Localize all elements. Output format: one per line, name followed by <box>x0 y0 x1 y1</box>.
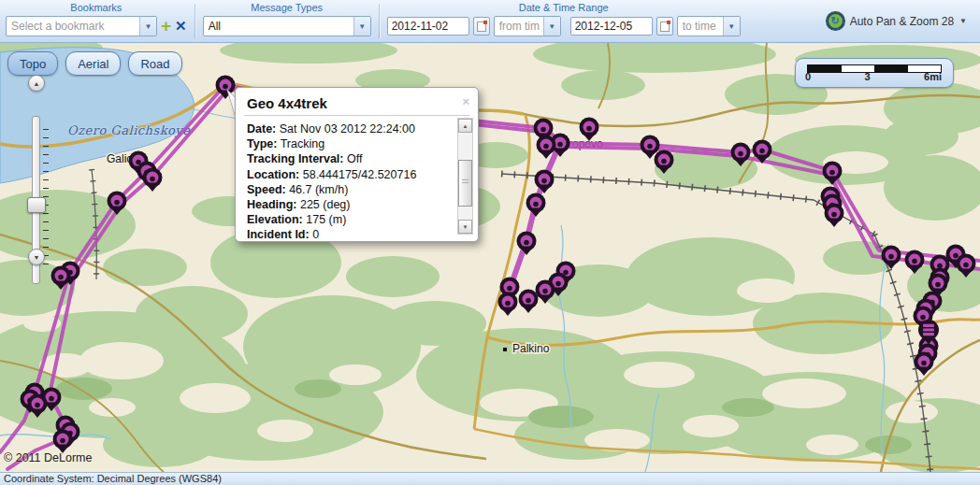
scroll-down-icon[interactable]: ▼ <box>458 220 472 234</box>
coordinate-system-text: Coordinate System: Decimal Degrees (WGS8… <box>4 473 222 484</box>
chevron-down-icon[interactable]: ▼ <box>543 17 560 36</box>
bookmark-select-value: Select a bookmark <box>7 17 139 36</box>
map-scale-bar: 0 3 6mi <box>795 58 954 88</box>
popup-field: Date: Sat Nov 03 2012 22:24:00 <box>247 121 452 136</box>
chevron-down-icon[interactable]: ▼ <box>353 17 370 36</box>
to-time-select[interactable]: to time ▼ <box>677 16 741 36</box>
zoom-slider-thumb[interactable] <box>27 197 46 213</box>
track-point-marker[interactable] <box>517 232 537 256</box>
popup-field: Incident Id: 0 <box>247 227 452 242</box>
chevron-down-icon[interactable]: ▼ <box>959 17 967 25</box>
from-date-input[interactable] <box>387 17 469 36</box>
map-label: Palkino <box>512 342 550 355</box>
message-types-select[interactable]: All ▼ <box>203 16 371 36</box>
date-range-label: Date & Time Range <box>519 2 609 14</box>
scale-label-max: 6mi <box>924 71 942 82</box>
track-point-marker[interactable] <box>519 290 539 314</box>
to-date-input[interactable] <box>570 17 653 36</box>
popup-field: Type: Tracking <box>247 136 452 151</box>
popup-body: Date: Sat Nov 03 2012 22:24:00Type: Trac… <box>236 116 478 249</box>
popup-field: Tracking Interval: Off <box>247 151 452 166</box>
zoom-out-button[interactable]: ▼ <box>28 249 45 265</box>
map-type-aerial-button[interactable]: Aerial <box>65 51 121 76</box>
status-bar: Coordinate System: Decimal Degrees (WGS8… <box>0 472 980 485</box>
auto-pan-label: Auto Pan & Zoom 28 <box>850 15 954 28</box>
map-label: Ozero Galichskoye <box>67 123 191 137</box>
map-copyright: © 2011 DeLorme <box>4 451 92 464</box>
map-type-road-button[interactable]: Road <box>128 51 181 76</box>
date-range-group: Date & Time Range from tim ▼ to time ▼ <box>382 0 746 42</box>
popup-field: Location: 58.444175/42.520716 <box>247 167 452 182</box>
scrollbar-thumb[interactable] <box>458 160 472 207</box>
scroll-up-icon[interactable]: ▲ <box>458 119 472 133</box>
waypoint-popup: Geo 4x4trek × Date: Sat Nov 03 2012 22:2… <box>235 87 479 242</box>
from-time-select[interactable]: from tim ▼ <box>494 16 561 36</box>
track-point-marker[interactable] <box>53 430 73 454</box>
calendar-icon[interactable] <box>473 17 490 36</box>
track-point-marker[interactable] <box>498 292 518 317</box>
map-svg: Ozero GalichskoyeGalichropovoPalkino <box>0 43 980 472</box>
top-toolbar: Bookmarks Select a bookmark ▼ + ✕ Messag… <box>0 0 980 43</box>
map-type-topo-button[interactable]: Topo <box>7 51 58 76</box>
message-types-label: Message Types <box>251 2 323 14</box>
chevron-down-icon[interactable]: ▼ <box>139 17 156 36</box>
to-time-value: to time <box>678 17 723 36</box>
map-type-buttons: Topo Aerial Road <box>7 51 182 76</box>
track-point-marker[interactable] <box>825 204 844 228</box>
popup-field: Elevation: 175 (m) <box>247 212 452 227</box>
map-canvas[interactable]: Ozero GalichskoyeGalichropovoPalkino © 2… <box>0 43 980 472</box>
popup-field: Speed: 46.7 (km/h) <box>247 182 452 197</box>
bookmarks-label: Bookmarks <box>70 2 122 14</box>
chevron-down-icon[interactable]: ▼ <box>723 17 740 36</box>
popup-scrollbar[interactable]: ▲ ▼ <box>457 118 473 235</box>
zoom-in-button[interactable]: ▲ <box>28 75 45 92</box>
toolbar-separator <box>379 4 380 38</box>
town-dot <box>503 348 507 351</box>
message-types-group: Message Types All ▼ <box>197 0 377 42</box>
auto-pan-icon: ↻ <box>827 12 844 30</box>
track-point-marker[interactable] <box>143 168 163 193</box>
popup-title: Geo 4x4trek <box>236 88 478 115</box>
auto-pan-control[interactable]: ↻ Auto Pan & Zoom 28 ▼ <box>827 0 980 42</box>
toolbar-separator <box>195 4 195 38</box>
scale-label-mid: 3 <box>865 71 871 82</box>
scale-label-0: 0 <box>805 71 811 82</box>
popup-field: Heading: 225 (deg) <box>247 197 452 212</box>
message-types-value: All <box>204 17 353 36</box>
from-time-value: from tim <box>495 17 543 36</box>
bookmarks-group: Bookmarks Select a bookmark ▼ + ✕ <box>0 0 193 42</box>
track-point-marker[interactable] <box>526 193 546 218</box>
track-point-marker[interactable] <box>535 170 555 194</box>
close-icon[interactable]: × <box>462 94 469 108</box>
bookmark-select[interactable]: Select a bookmark ▼ <box>6 16 157 36</box>
delete-bookmark-button[interactable]: ✕ <box>175 17 187 36</box>
calendar-icon[interactable] <box>656 17 673 36</box>
add-bookmark-button[interactable]: + <box>161 17 171 36</box>
